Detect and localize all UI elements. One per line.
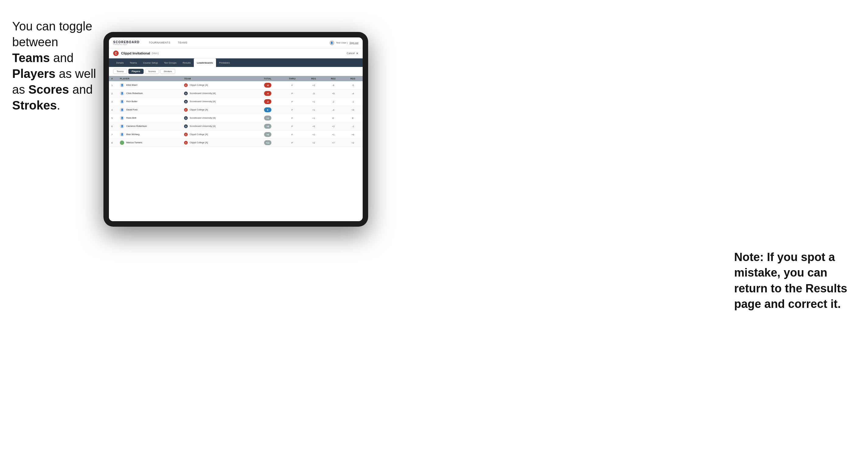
cell-player: 👤 David Ford: [118, 106, 182, 114]
table-row: 6 👤 Cameron Robertson S Scoreboard Unive…: [109, 122, 363, 130]
cell-thru: F: [280, 89, 304, 98]
tab-tee-groups[interactable]: Tee Groups: [161, 58, 180, 67]
leaderboard-table: # PLAYER TEAM TOTAL THRU RD1 RD2 RD3 1: [109, 76, 363, 221]
left-annotation: You can toggle between Teams and Players…: [12, 18, 97, 113]
player-avatar: 👤: [120, 116, 124, 120]
cell-rd2: +2: [323, 122, 343, 130]
cell-total: +6: [255, 122, 280, 130]
cell-rd1: +1: [304, 106, 323, 114]
cell-thru: F: [280, 122, 304, 130]
cell-rd3: -4: [343, 89, 363, 98]
cell-thru: F: [280, 106, 304, 114]
tournament-gender: (Men): [152, 52, 159, 55]
tab-course-setup[interactable]: Course Setup: [140, 58, 161, 67]
sub-nav: Details Teams Course Setup Tee Groups Re…: [109, 58, 363, 67]
col-player: PLAYER: [118, 76, 182, 81]
nav-tournaments[interactable]: TOURNAMENTS: [145, 37, 174, 49]
col-thru: THRU: [280, 76, 304, 81]
cell-rd2: -4: [323, 106, 343, 114]
score-badge: -8: [264, 83, 271, 88]
player-avatar: 👤: [120, 91, 124, 96]
team-logo-small: S: [184, 116, 188, 120]
nav-teams[interactable]: TEAMS: [174, 37, 191, 49]
cancel-button[interactable]: Cancel ✕: [347, 52, 359, 55]
team-logo-small: C: [184, 133, 188, 136]
cell-player: 👤 Blair McHarg: [118, 130, 182, 139]
user-icon: 👤: [330, 40, 334, 45]
nav-right: 👤 Test User | Sign out: [330, 40, 359, 45]
cell-rd3: -5: [343, 81, 363, 89]
player-avatar: 👤: [120, 99, 124, 104]
cell-player: 👤 Rich Butler: [118, 98, 182, 106]
toggle-strokes[interactable]: Strokes: [160, 69, 175, 74]
cell-rd2: +5: [323, 89, 343, 98]
nav-links: TOURNAMENTS TEAMS: [145, 37, 329, 49]
page-wrapper: You can toggle between Teams and Players…: [0, 0, 868, 467]
right-annotation: Note: If you spot a mistake, you can ret…: [734, 249, 850, 312]
tab-details[interactable]: Details: [113, 58, 127, 67]
cell-team: C Clippd College [A]: [182, 106, 255, 114]
score-badge: +6: [264, 124, 271, 129]
cell-rank: 2: [109, 89, 118, 98]
player-avatar: [120, 141, 124, 145]
cell-rd2: E: [323, 114, 343, 122]
col-rank: #: [109, 76, 118, 81]
cell-rd2: -6: [323, 81, 343, 89]
tab-printables[interactable]: Printables: [216, 58, 233, 67]
cell-thru: F: [280, 130, 304, 139]
cell-rd3: +6: [343, 130, 363, 139]
cell-rank: 8: [109, 139, 118, 147]
cell-rd3: -1: [343, 98, 363, 106]
cell-rd3: E: [343, 114, 363, 122]
toggle-players[interactable]: Players: [128, 69, 144, 74]
cell-player: Marcus Turners: [118, 139, 182, 147]
col-rd2: RD2: [323, 76, 343, 81]
table-row: 5 👤 Rees Britt S Scoreboard University […: [109, 114, 363, 122]
cell-player: 👤 Chris Robertson: [118, 89, 182, 98]
toggle-area: Teams Players Scores Strokes: [109, 67, 363, 76]
cell-rank: 4: [109, 106, 118, 114]
tab-leaderboards[interactable]: Leaderboards: [194, 58, 216, 67]
tab-teams[interactable]: Teams: [127, 58, 140, 67]
sign-out-link[interactable]: Sign out: [349, 41, 359, 44]
cell-rd1: +2: [304, 139, 323, 147]
cell-thru: F: [280, 98, 304, 106]
cell-player: 👤 Rees Britt: [118, 114, 182, 122]
cell-rd1: +5: [304, 122, 323, 130]
cell-thru: F: [280, 81, 304, 89]
score-badge: +11: [264, 140, 271, 145]
cell-rd2: +7: [323, 139, 343, 147]
table-row: 2 👤 Chris Robertson S Scoreboard Univers…: [109, 89, 363, 98]
score-badge: -2: [264, 99, 271, 104]
cell-rd3: +3: [343, 106, 363, 114]
col-rd3: RD3: [343, 76, 363, 81]
cell-rank: 6: [109, 122, 118, 130]
logo-area: SCOREBOARD Powered by clippd: [113, 40, 140, 45]
cancel-icon: ✕: [356, 52, 359, 55]
cell-team: C Clippd College [A]: [182, 130, 255, 139]
tournament-header: C Clippd Invitational (Men) Cancel ✕: [109, 49, 363, 58]
toggle-teams[interactable]: Teams: [113, 69, 127, 74]
table-row: 1 👤 Elliot Ebert C Clippd College [A] -8…: [109, 81, 363, 89]
cell-total: E: [255, 106, 280, 114]
cell-rd1: +3: [304, 81, 323, 89]
cell-total: -4: [255, 89, 280, 98]
cell-rank: 1: [109, 81, 118, 89]
cell-rd2: +1: [323, 130, 343, 139]
cell-team: C Clippd College [A]: [182, 81, 255, 89]
table-row: 8 Marcus Turners C Clippd College [A] +1…: [109, 139, 363, 147]
score-badge: -4: [264, 91, 271, 96]
toggle-scores[interactable]: Scores: [145, 69, 159, 74]
cell-total: +1: [255, 114, 280, 122]
tab-results[interactable]: Results: [180, 58, 194, 67]
cell-total: -2: [255, 98, 280, 106]
team-logo-small: C: [184, 108, 188, 112]
cell-team: S Scoreboard University [A]: [182, 89, 255, 98]
cell-team: S Scoreboard University [A]: [182, 122, 255, 130]
cell-rd1: +1: [304, 114, 323, 122]
cell-rd1: +2: [304, 130, 323, 139]
tournament-name: Clippd Invitational: [121, 52, 150, 55]
user-name: Test User |: [336, 41, 348, 44]
cell-total: +11: [255, 139, 280, 147]
col-team: TEAM: [182, 76, 255, 81]
